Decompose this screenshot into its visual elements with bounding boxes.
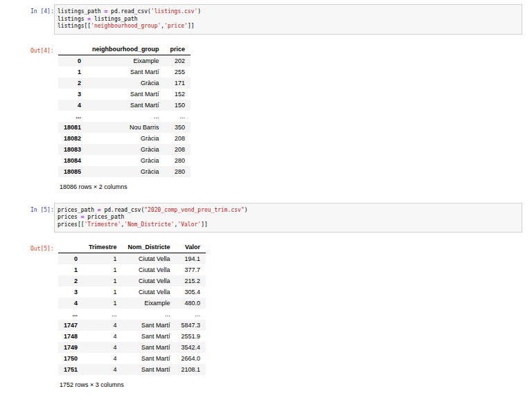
data-cell: 305.4 [176,287,206,298]
data-cell: 4 [83,320,123,331]
data-cell: 152 [165,89,191,100]
index-header [58,242,83,253]
table-row: ............ [58,309,206,320]
table-header-row: neighbourhood_groupprice [58,44,190,55]
data-cell: ... [83,309,123,320]
dataframe-shape: 1752 rows × 3 columns [58,381,206,388]
index-cell: 1749 [58,342,83,353]
table-row: 17504Sant Martí2664.0 [58,353,206,364]
index-cell: 18083 [58,144,87,155]
data-cell: 5847.3 [176,320,206,331]
table-row: 11Ciutat Vella377.7 [58,264,206,275]
code-line: prices = prices_path [57,214,519,221]
input-area-2: In [5]: prices_path = pd.read_csv("2020_… [30,203,522,233]
data-cell: 1 [83,287,123,298]
data-cell: Sant Martí [123,331,176,342]
data-cell: Gràcia [87,144,164,155]
data-cell: 150 [165,100,191,111]
data-cell: Sant Martí [87,89,164,100]
code-editor[interactable]: listings_path = pd.read_csv('listings.cs… [54,4,522,35]
data-cell: ... [165,111,191,122]
data-cell: 350 [165,122,191,133]
code-line: listings_path = pd.read_csv('listings.cs… [57,8,519,16]
data-cell: 2551.9 [176,331,206,342]
table-row: 21Ciutat Vella215.2 [58,275,206,287]
data-cell: Sant Martí [123,364,176,375]
code-line: listings[['neighbourhood_group','price']… [57,23,519,30]
dataframe-output: TrimestreNom_DistricteValor01Ciutat Vell… [54,242,206,388]
data-cell: ... [123,309,176,320]
data-cell: 208 [165,133,191,144]
code-cell-1: In [4]: listings_path = pd.read_csv('lis… [30,4,522,190]
data-cell: Nou Barris [87,122,164,133]
index-cell: 18081 [58,122,87,133]
data-cell: Gràcia [87,166,164,177]
output-prompt: Out[5]: [30,242,54,253]
data-cell: Ciutat Vella [123,264,176,275]
code-cell-2: In [5]: prices_path = pd.read_csv("2020_… [30,203,522,389]
data-cell: Ciutat Vella [123,287,176,298]
table-row: 18081Nou Barris350 [58,122,190,133]
index-cell: 18084 [58,155,87,166]
table-row: 01Ciutat Vella194.1 [58,253,206,265]
code-editor[interactable]: prices_path = pd.read_csv("2020_comp_ven… [54,203,522,233]
input-prompt: In [4]: [30,4,54,15]
table-row: ......... [58,111,190,122]
table-row: 18085Gràcia280 [58,166,190,177]
index-cell: 0 [58,253,83,265]
data-cell: 4 [83,364,123,375]
data-cell: Ciutat Vella [123,275,176,287]
data-cell: 4 [83,342,123,353]
table-row: 4Sant Martí150 [58,100,190,111]
string-token: 'price' [164,23,188,29]
string-token: "2020_comp_vend_preu_trim.csv" [144,207,245,213]
code-token: ) [245,207,248,213]
code-token: ]] [201,221,208,228]
table-row: 0Eixample202 [58,55,190,66]
code-token: listings [57,16,87,22]
data-cell: 280 [165,155,191,166]
index-cell: 18085 [58,166,87,177]
dataframe-shape: 18086 rows × 2 columns [58,183,190,190]
data-cell: Eixample [87,55,164,66]
code-token: prices_path [57,207,98,213]
data-cell: 2664.0 [176,353,206,364]
index-cell: 1 [58,66,87,78]
index-cell: 0 [58,55,87,66]
string-token: 'listings.csv' [151,8,197,15]
column-header: neighbourhood_group [87,44,164,55]
code-token: prices [57,214,81,220]
table-header-row: TrimestreNom_DistricteValor [58,242,206,253]
data-cell: Sant Martí [87,100,164,111]
data-cell: 1 [83,264,123,275]
data-cell: Sant Martí [123,320,176,331]
data-cell: Gràcia [87,155,164,166]
data-cell: Gràcia [87,78,164,89]
table-row: 18083Gràcia208 [58,144,190,155]
dataframe-table: TrimestreNom_DistricteValor01Ciutat Vell… [58,242,206,375]
data-cell: 280 [165,166,191,177]
data-cell: 377.7 [176,264,206,275]
data-cell: ... [87,111,164,122]
data-cell: 4 [83,353,123,364]
code-token: listings_path [57,8,104,15]
code-token: prices_path [85,214,125,220]
index-header [58,44,87,55]
table-row: 17484Sant Martí2551.9 [58,331,206,342]
data-cell: 3542.4 [176,342,206,353]
output-prompt: Out[4]: [30,44,54,55]
code-token: pd.read_csv( [107,8,151,15]
data-cell: 202 [165,55,191,66]
code-line: prices_path = pd.read_csv("2020_comp_ven… [57,207,519,215]
column-header: Nom_Districte [123,242,176,253]
string-token: 'Valor' [177,221,201,228]
index-cell: 18082 [58,133,87,144]
table-row: 3Sant Martí152 [58,89,190,100]
code-token: ]] [188,23,195,29]
data-cell: 255 [165,66,191,78]
string-token: 'Trimestre' [85,221,121,228]
data-cell: 480.0 [176,298,206,309]
index-cell: 1 [58,264,83,275]
table-row: 31Ciutat Vella305.4 [58,287,206,298]
index-cell: 4 [58,298,83,309]
